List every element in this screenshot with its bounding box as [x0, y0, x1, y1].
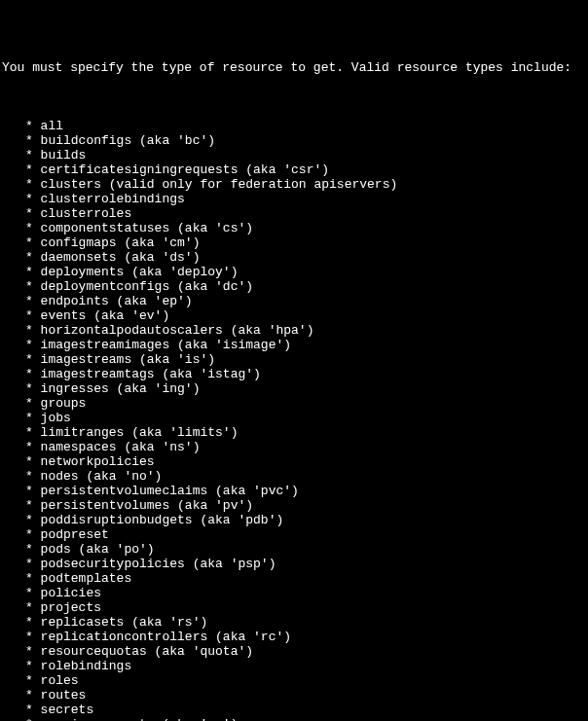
resource-type-item: * deployments (aka 'deploy')	[2, 265, 586, 279]
resource-type-item: * persistentvolumes (aka 'pv')	[2, 498, 586, 513]
resource-type-item: * podsecuritypolicies (aka 'psp')	[2, 557, 586, 571]
resource-type-item: * nodes (aka 'no')	[2, 469, 586, 484]
resource-type-item: * buildconfigs (aka 'bc')	[2, 133, 586, 148]
resource-type-item: * groups	[2, 396, 586, 411]
resource-type-item: * poddisruptionbudgets (aka 'pdb')	[2, 513, 586, 527]
resource-type-item: * deploymentconfigs (aka 'dc')	[2, 279, 586, 294]
resource-type-item: * builds	[2, 148, 586, 162]
resource-type-list: * all* buildconfigs (aka 'bc')* builds* …	[2, 119, 586, 721]
resource-type-item: * events (aka 'ev')	[2, 308, 586, 323]
resource-type-item: * endpoints (aka 'ep')	[2, 294, 586, 308]
resource-type-item: * persistentvolumeclaims (aka 'pvc')	[2, 484, 586, 498]
blank-line	[2, 90, 586, 104]
resource-type-item: * clusters (valid only for federation ap…	[2, 177, 586, 192]
resource-type-item: * componentstatuses (aka 'cs')	[2, 221, 586, 235]
resource-type-item: * routes	[2, 688, 586, 703]
resource-type-item: * replicasets (aka 'rs')	[2, 615, 586, 630]
resource-type-item: * imagestreamtags (aka 'istag')	[2, 367, 586, 381]
resource-type-item: * secrets	[2, 703, 586, 717]
resource-type-item: * imagestreams (aka 'is')	[2, 352, 586, 367]
resource-type-item: * all	[2, 119, 586, 133]
resource-type-item: * configmaps (aka 'cm')	[2, 235, 586, 250]
resource-type-item: * policies	[2, 586, 586, 600]
resource-type-item: * clusterrolebindings	[2, 192, 586, 206]
resource-type-item: * daemonsets (aka 'ds')	[2, 250, 586, 265]
resource-type-item: * limitranges (aka 'limits')	[2, 425, 586, 440]
resource-type-item: * projects	[2, 600, 586, 615]
resource-type-item: * roles	[2, 673, 586, 688]
resource-type-item: * jobs	[2, 411, 586, 425]
resource-type-item: * rolebindings	[2, 659, 586, 673]
resource-type-item: * podpreset	[2, 527, 586, 542]
resource-type-item: * clusterroles	[2, 206, 586, 221]
resource-type-item: * resourcequotas (aka 'quota')	[2, 644, 586, 659]
resource-type-item: * replicationcontrollers (aka 'rc')	[2, 630, 586, 644]
resource-type-item: * podtemplates	[2, 571, 586, 586]
resource-type-item: * ingresses (aka 'ing')	[2, 381, 586, 396]
resource-type-item: * pods (aka 'po')	[2, 542, 586, 557]
resource-type-item: * certificatesigningrequests (aka 'csr')	[2, 162, 586, 177]
resource-type-item: * serviceaccounts (aka 'sa')	[2, 717, 586, 721]
resource-type-item: * namespaces (aka 'ns')	[2, 440, 586, 454]
error-header: You must specify the type of resource to…	[2, 60, 586, 75]
resource-type-item: * networkpolicies	[2, 454, 586, 469]
resource-type-item: * horizontalpodautoscalers (aka 'hpa')	[2, 323, 586, 338]
resource-type-item: * imagestreamimages (aka 'isimage')	[2, 338, 586, 352]
